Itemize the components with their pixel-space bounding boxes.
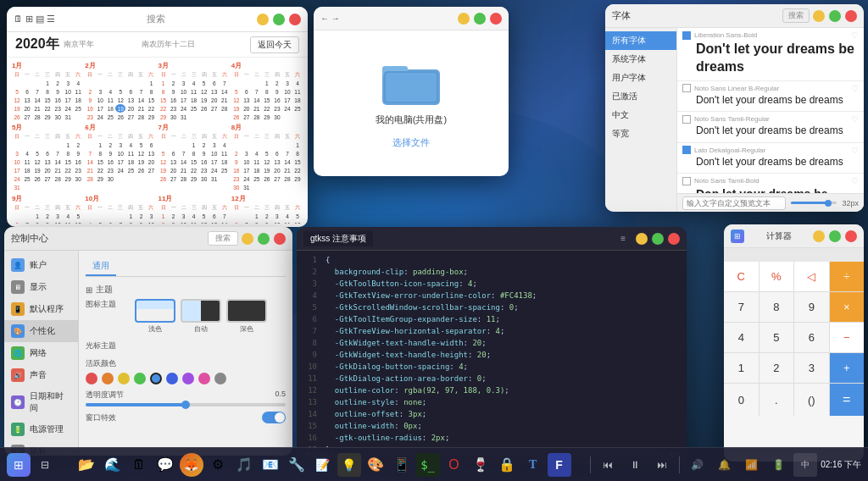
font-search-box[interactable]: 搜索 [782, 8, 810, 23]
taskbar-app-email[interactable]: 📧 [259, 453, 282, 477]
taskbar-app-browser1[interactable]: 🌊 [101, 453, 125, 477]
code-minimize-btn[interactable] [636, 233, 648, 245]
font-sidebar-chinese[interactable]: 中文 [605, 106, 676, 124]
font-heart-3[interactable]: ♡ [851, 114, 859, 124]
settings-item-display[interactable]: 🖥 显示 [4, 276, 78, 298]
taskbar-app-chat[interactable]: 💬 [153, 453, 177, 477]
taskbar-app-terminal[interactable]: $_ [416, 453, 440, 477]
settings-tab-general[interactable]: 通用 [86, 257, 116, 276]
color-yellow[interactable] [118, 373, 130, 384]
settings-maximize-btn[interactable] [258, 233, 270, 245]
calc-btn-8[interactable]: 8 [760, 292, 794, 322]
taskbar-app-opera[interactable]: O [442, 453, 466, 477]
window-effect-toggle[interactable] [262, 412, 286, 423]
taskbar-app-calendar[interactable]: 🗓 [127, 453, 151, 477]
font-maximize-btn[interactable] [829, 10, 841, 22]
theme-option-light[interactable]: 浅色 [135, 299, 175, 334]
font-heart-4[interactable]: ♡ [851, 146, 859, 155]
font-heart-5[interactable]: ♡ [851, 176, 859, 185]
calc-btn-2[interactable]: 2 [760, 353, 794, 383]
font-sidebar-system[interactable]: 系统字体 [605, 50, 676, 69]
calc-btn-3[interactable]: 3 [794, 353, 829, 383]
code-tab-main[interactable]: gtkss 注意事项 [303, 231, 373, 246]
taskbar-multitask[interactable]: ⊟ [33, 453, 57, 477]
color-green[interactable] [134, 373, 146, 384]
theme-option-dark[interactable]: 深色 [226, 299, 267, 334]
calc-btn-4[interactable]: 4 [724, 323, 759, 352]
taskbar-app-firefox[interactable]: 🦊 [180, 453, 203, 477]
code-close-btn[interactable] [668, 233, 680, 245]
settings-item-datetime[interactable]: 🕐 日期和时间 [4, 386, 78, 418]
color-orange[interactable] [102, 373, 114, 384]
font-heart-1[interactable]: ♡ [851, 30, 859, 40]
calc-btn-dot[interactable]: . [760, 384, 794, 416]
folder-open-btn[interactable]: 选择文件 [392, 136, 430, 149]
taskbar-media-next[interactable]: ⏭ [650, 453, 674, 477]
calc-btn-divide[interactable]: ÷ [830, 262, 865, 291]
color-red[interactable] [86, 373, 97, 384]
calc-btn-9[interactable]: 9 [794, 292, 829, 322]
code-maximize-btn[interactable] [652, 233, 664, 245]
taskbar-media-play[interactable]: ⏸ [623, 453, 647, 477]
font-checkbox-5[interactable] [682, 177, 691, 185]
font-close-btn[interactable] [845, 10, 857, 22]
theme-option-auto[interactable]: 自动 [181, 299, 221, 334]
font-checkbox-1[interactable] [682, 31, 691, 40]
taskbar-media-prev[interactable]: ⏮ [596, 453, 620, 477]
taskbar-app-notes[interactable]: 📝 [311, 453, 335, 477]
cal-today-btn[interactable]: 返回今天 [250, 36, 299, 53]
taskbar-clock[interactable]: 02:16 下午 [821, 459, 861, 470]
calendar-close-btn[interactable] [289, 14, 301, 25]
font-checkbox-4[interactable] [682, 146, 691, 154]
color-indigo[interactable] [166, 373, 178, 384]
calc-btn-7[interactable]: 7 [724, 292, 759, 322]
font-sidebar-user[interactable]: 用户字体 [605, 69, 676, 87]
font-heart-2[interactable]: ♡ [851, 84, 859, 93]
calendar-minimize-btn[interactable] [257, 14, 269, 25]
taskbar-volume[interactable]: 🔊 [685, 453, 709, 477]
settings-item-account[interactable]: 👤 账户 [4, 254, 78, 276]
settings-item-default-apps[interactable]: 📱 默认程序 [4, 298, 78, 320]
calc-btn-minus[interactable]: − [830, 323, 865, 352]
folder-close-btn[interactable] [490, 13, 502, 25]
taskbar-app-wine[interactable]: 🍷 [469, 453, 492, 477]
taskbar-app-editor[interactable]: 💡 [337, 453, 361, 477]
taskbar-battery[interactable]: 🔋 [766, 453, 790, 477]
taskbar-app-screen[interactable]: 🔒 [495, 453, 519, 477]
calc-btn-equals[interactable]: = [830, 384, 865, 416]
calc-btn-multiply[interactable]: × [830, 292, 865, 322]
calc-btn-c[interactable]: C [724, 262, 759, 291]
folder-maximize-btn[interactable] [474, 13, 486, 25]
taskbar-app-design[interactable]: 🎨 [364, 453, 387, 477]
calc-btn-6[interactable]: 6 [794, 323, 829, 352]
color-gray[interactable] [214, 373, 226, 384]
taskbar-input-method[interactable]: 中 [793, 453, 817, 477]
font-sidebar-all[interactable]: 所有字体 [605, 31, 676, 50]
calc-btn-parens[interactable]: () [794, 384, 829, 416]
font-sidebar-monospace[interactable]: 等宽 [605, 124, 676, 143]
settings-item-sound[interactable]: 🔊 声音 [4, 364, 78, 386]
calc-maximize-btn[interactable] [829, 230, 841, 242]
code-content[interactable]: { background-clip: padding-box; -GtkTool… [320, 251, 687, 447]
font-minimize-btn[interactable] [813, 10, 825, 22]
calc-btn-percent[interactable]: % [760, 262, 794, 291]
taskbar-app-font-mgr[interactable]: F [548, 453, 571, 477]
code-menu-icon[interactable]: ≡ [620, 234, 626, 243]
transparency-thumb[interactable] [181, 401, 190, 409]
font-sidebar-active[interactable]: 已激活 [605, 87, 676, 106]
calc-minimize-btn[interactable] [813, 230, 825, 242]
taskbar-notification[interactable]: 🔔 [712, 453, 736, 477]
settings-search[interactable]: 搜索 [208, 231, 238, 246]
calc-btn-0[interactable]: 0 [724, 384, 759, 416]
calc-btn-5[interactable]: 5 [760, 323, 794, 352]
color-purple[interactable] [182, 373, 194, 384]
font-checkbox-2[interactable] [682, 84, 691, 92]
font-size-thumb[interactable] [825, 200, 832, 207]
taskbar-app-text[interactable]: T [521, 453, 545, 477]
settings-minimize-btn[interactable] [242, 233, 253, 245]
taskbar-app-phone[interactable]: 📱 [390, 453, 414, 477]
calc-btn-plus[interactable]: + [830, 353, 865, 383]
font-checkbox-3[interactable] [682, 115, 691, 124]
font-preview-input[interactable] [682, 196, 786, 210]
settings-item-network[interactable]: 🌐 网络 [4, 342, 78, 364]
